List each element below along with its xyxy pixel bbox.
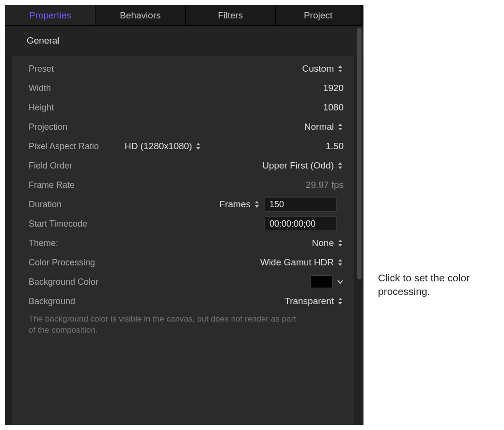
tab-bar: Properties Behaviors Filters Project (5, 5, 363, 26)
par-dropdown[interactable]: HD (1280x1080) (125, 141, 202, 152)
row-duration: Duration Frames 150 (18, 195, 348, 214)
callout-leader-line (260, 283, 375, 283)
width-value[interactable]: 1920 (323, 83, 344, 93)
color-processing-value: Wide Gamut HDR (260, 257, 334, 268)
row-width: Width 1920 (18, 78, 348, 98)
tab-filters[interactable]: Filters (186, 5, 276, 25)
row-background: Background Transparent (18, 292, 348, 311)
par-menu-value: HD (1280x1080) (125, 141, 192, 152)
field-order-dropdown[interactable]: Upper First (Odd) (262, 160, 344, 171)
row-pixel-aspect-ratio: Pixel Aspect Ratio HD (1280x1080) 1.50 (18, 137, 348, 156)
duration-units-value: Frames (220, 199, 251, 210)
label-bg-color: Background Color (18, 277, 115, 287)
row-height: Height 1080 (18, 98, 348, 117)
scrollbar-thumb[interactable] (357, 28, 362, 279)
duration-units-dropdown[interactable]: Frames (220, 199, 260, 210)
updown-icon (337, 64, 344, 73)
label-preset: Preset (18, 64, 115, 74)
label-frame-rate: Frame Rate (18, 180, 115, 190)
updown-icon (337, 161, 344, 170)
start-tc-value: 00:00:00;00 (269, 219, 315, 229)
row-field-order: Field Order Upper First (Odd) (18, 156, 348, 175)
row-preset: Preset Custom (18, 59, 348, 78)
background-value: Transparent (284, 296, 334, 307)
duration-input[interactable]: 150 (264, 197, 337, 212)
bg-color-swatch[interactable] (311, 276, 333, 288)
label-start-tc: Start Timecode (18, 219, 115, 229)
field-order-value: Upper First (Odd) (262, 160, 334, 171)
tab-properties[interactable]: Properties (5, 5, 95, 25)
background-footnote: The background color is visible in the c… (18, 311, 304, 336)
updown-icon (337, 239, 344, 247)
label-par: Pixel Aspect Ratio (18, 141, 105, 152)
row-theme: Theme: None (18, 233, 348, 253)
scrollbar[interactable] (357, 28, 362, 425)
updown-icon (337, 258, 344, 267)
updown-icon (253, 200, 260, 209)
height-value[interactable]: 1080 (323, 102, 344, 113)
projection-dropdown[interactable]: Normal (304, 122, 344, 132)
section-title-general: General (5, 26, 363, 53)
label-field-order: Field Order (18, 161, 115, 171)
tab-spacer (361, 5, 363, 25)
inspector-panel: Properties Behaviors Filters Project Gen… (5, 5, 363, 425)
background-dropdown[interactable]: Transparent (284, 296, 344, 307)
label-projection: Projection (18, 122, 115, 132)
row-frame-rate: Frame Rate 29.97 fps (18, 175, 348, 195)
color-processing-dropdown[interactable]: Wide Gamut HDR (260, 257, 344, 268)
label-color-processing: Color Processing (18, 258, 115, 268)
row-projection: Projection Normal (18, 117, 348, 137)
label-duration: Duration (18, 200, 115, 210)
updown-icon (337, 123, 344, 131)
duration-value: 150 (269, 200, 284, 210)
theme-dropdown[interactable]: None (312, 238, 344, 248)
frame-rate-value: 29.97 fps (306, 180, 344, 190)
updown-icon (195, 142, 202, 151)
par-value[interactable]: 1.50 (326, 141, 344, 152)
row-background-color: Background Color (18, 272, 348, 292)
preset-dropdown[interactable]: Custom (302, 63, 344, 74)
tab-behaviors[interactable]: Behaviors (95, 5, 186, 25)
updown-icon (337, 297, 344, 306)
stage: Properties Behaviors Filters Project Gen… (0, 0, 504, 430)
label-height: Height (18, 103, 115, 113)
preset-value: Custom (302, 63, 334, 74)
label-background: Background (18, 296, 115, 307)
row-start-timecode: Start Timecode 00:00:00;00 (18, 214, 348, 233)
label-theme: Theme: (18, 238, 115, 248)
callout-text: Click to set the color processing. (378, 271, 494, 299)
row-color-processing: Color Processing Wide Gamut HDR (18, 253, 348, 272)
tab-project[interactable]: Project (276, 5, 361, 25)
start-timecode-input[interactable]: 00:00:00;00 (264, 216, 337, 231)
chevron-down-icon[interactable] (337, 277, 344, 286)
general-content: Preset Custom Width 1920 (12, 56, 354, 425)
label-width: Width (18, 83, 115, 93)
theme-value: None (312, 238, 334, 248)
projection-value: Normal (304, 122, 334, 132)
